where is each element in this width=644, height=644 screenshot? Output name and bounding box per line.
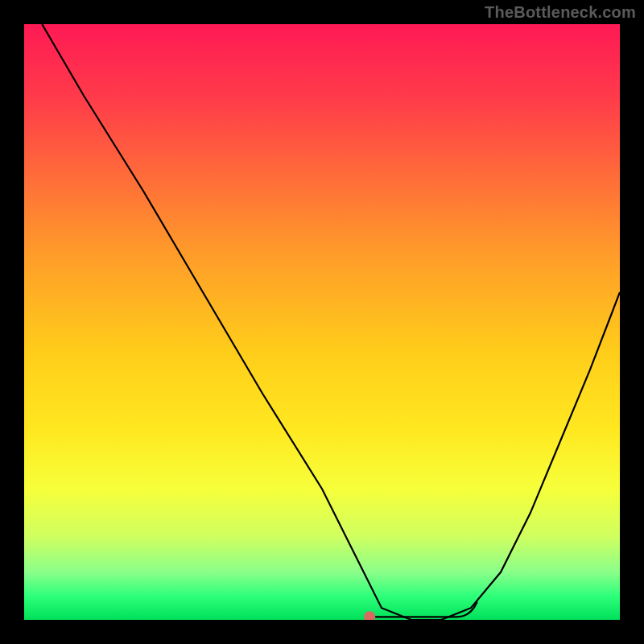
bottleneck-curve — [42, 24, 620, 620]
curve-layer — [24, 24, 620, 620]
plot-area — [24, 24, 620, 620]
chart-frame: TheBottleneck.com — [0, 0, 644, 644]
watermark-text: TheBottleneck.com — [485, 3, 636, 22]
highlight-start-dot — [364, 611, 375, 620]
